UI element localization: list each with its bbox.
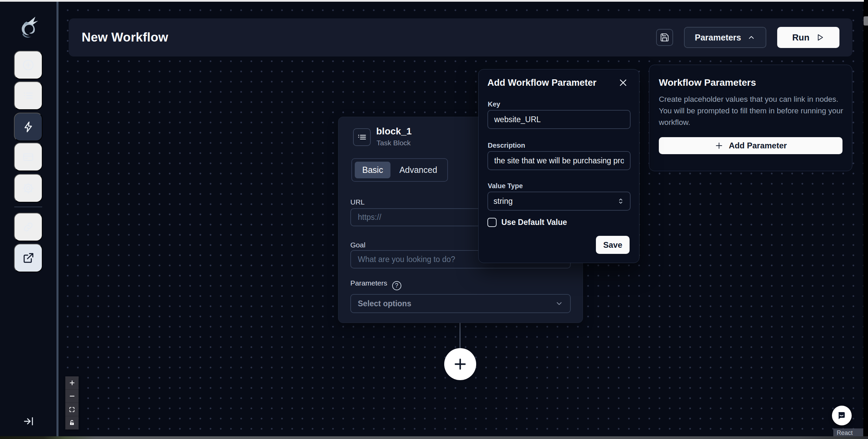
workflow-parameters-panel: Workflow Parameters Create placeholder v… <box>649 65 852 171</box>
app-screen: New Workflow Parameters Run <box>0 0 868 439</box>
modal-save-button[interactable]: Save <box>596 236 630 254</box>
tab-basic[interactable]: Basic <box>355 162 390 178</box>
fit-view-button[interactable] <box>65 403 79 416</box>
gear-icon <box>22 182 35 195</box>
screen-edge-artifact <box>864 16 868 26</box>
description-label: Description <box>488 142 525 149</box>
key-label: Key <box>488 100 500 108</box>
parameters-button-label: Parameters <box>695 33 741 43</box>
sidebar-item-integrations[interactable] <box>14 213 43 241</box>
use-default-value-label: Use Default Value <box>501 218 567 227</box>
chevrons-up-down-icon <box>617 197 624 205</box>
run-button-label: Run <box>792 32 809 43</box>
sidebar-divider-line <box>14 207 42 207</box>
use-default-value-row: Use Default Value <box>487 218 567 227</box>
node-edge-connector <box>460 323 461 348</box>
key-input[interactable] <box>487 110 631 129</box>
chat-support-button[interactable] <box>832 406 852 425</box>
url-label: URL <box>350 198 365 206</box>
add-node-button[interactable] <box>444 348 476 380</box>
list-icon <box>357 132 367 142</box>
chevron-down-icon <box>555 299 563 308</box>
skyvern-dragon-logo <box>15 14 41 41</box>
plus-icon <box>451 355 469 373</box>
panel-description: Create placeholder values that you can l… <box>659 94 847 128</box>
close-modal-button[interactable] <box>618 78 628 88</box>
add-parameter-modal: Add Workflow Parameter Key Description V… <box>478 69 639 263</box>
sidebar <box>0 2 56 436</box>
fit-view-icon <box>69 406 75 413</box>
value-type-select[interactable]: string <box>487 192 631 211</box>
sidebar-item-create[interactable] <box>14 51 43 79</box>
value-type-selected: string <box>494 197 513 206</box>
save-workflow-button[interactable] <box>656 29 673 46</box>
goal-label: Goal <box>350 241 365 249</box>
parameters-toggle-button[interactable]: Parameters <box>684 27 766 48</box>
tab-advanced[interactable]: Advanced <box>392 162 445 178</box>
use-default-value-checkbox[interactable] <box>487 218 497 227</box>
screen-right-strip <box>863 0 868 439</box>
sidebar-item-runs[interactable] <box>14 81 43 110</box>
chevron-up-icon <box>747 33 755 42</box>
node-parameters-label-text: Parameters <box>350 279 387 287</box>
page-title: New Workflow <box>82 30 168 45</box>
sidebar-item-external[interactable] <box>14 244 43 272</box>
sidebar-item-settings[interactable] <box>14 174 43 202</box>
run-workflow-button[interactable]: Run <box>777 27 839 48</box>
plus-icon <box>69 379 76 386</box>
header-actions: Parameters Run <box>656 27 839 48</box>
list-icon <box>22 90 34 102</box>
chat-bubble-icon <box>836 410 847 421</box>
node-subtitle: Task Block <box>377 139 411 147</box>
panel-title: Workflow Parameters <box>659 77 842 88</box>
node-title[interactable]: block_1 <box>376 126 412 137</box>
lock-toggle-button[interactable] <box>65 416 79 429</box>
sidebar-item-billing[interactable] <box>14 143 43 171</box>
modal-title: Add Workflow Parameter <box>487 78 597 88</box>
plus-circle-icon <box>22 59 34 71</box>
node-icon-box <box>353 128 371 146</box>
node-mode-tabs: Basic Advanced <box>351 158 448 182</box>
external-link-icon <box>22 252 34 264</box>
credit-card-icon <box>22 151 34 163</box>
screen-top-strip <box>0 0 864 2</box>
sidebar-collapse-button[interactable] <box>22 414 35 428</box>
node-parameters-label: Parameters? <box>350 279 401 290</box>
minus-icon <box>69 393 76 400</box>
arrow-to-line-icon <box>22 415 35 427</box>
description-input[interactable] <box>487 151 631 170</box>
zoom-in-button[interactable] <box>65 376 79 390</box>
help-icon[interactable]: ? <box>392 281 401 290</box>
unlock-icon <box>69 420 75 426</box>
link-icon <box>22 221 34 233</box>
screen-bottom-strip <box>0 436 868 439</box>
lightning-bolt-icon <box>22 120 35 133</box>
play-icon <box>816 33 824 42</box>
zoom-out-button[interactable] <box>65 390 79 403</box>
save-floppy-icon <box>660 33 669 42</box>
value-type-label: Value Type <box>488 182 523 190</box>
add-parameter-button-label: Add Parameter <box>729 141 787 150</box>
node-parameters-select[interactable]: Select options <box>350 294 571 313</box>
sidebar-canvas-divider <box>56 2 59 436</box>
close-icon <box>618 78 628 87</box>
plus-icon <box>715 141 723 150</box>
add-parameter-button[interactable]: Add Parameter <box>659 137 842 154</box>
workflow-header: New Workflow Parameters Run <box>69 18 852 56</box>
canvas-controls <box>65 376 79 429</box>
sidebar-item-workflows[interactable] <box>14 113 43 141</box>
select-placeholder: Select options <box>358 299 411 308</box>
